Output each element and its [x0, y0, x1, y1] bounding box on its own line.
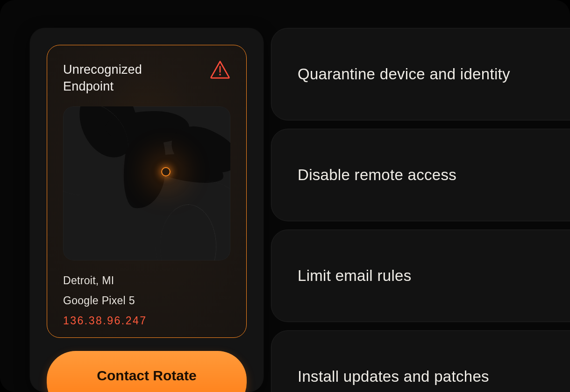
endpoint-ip: 136.38.96.247	[63, 315, 230, 327]
map-location-marker	[161, 167, 171, 176]
alert-title: Unrecognized Endpoint	[63, 61, 185, 95]
svg-point-1	[219, 74, 221, 76]
action-limit-email-rules[interactable]: Limit email rules	[271, 230, 570, 322]
warning-triangle-icon	[210, 60, 230, 79]
action-install-updates[interactable]: Install updates and patches	[271, 330, 570, 392]
cta-label: Contact Rotate	[97, 368, 196, 384]
contact-rotate-button[interactable]: Contact Rotate	[47, 351, 247, 392]
endpoint-panel: Unrecognized Endpoint Detroit	[30, 28, 264, 392]
action-quarantine[interactable]: Quarantine device and identity	[271, 28, 570, 120]
action-label: Limit email rules	[298, 267, 412, 285]
action-label: Disable remote access	[298, 166, 456, 184]
app-canvas: Unrecognized Endpoint Detroit	[0, 0, 570, 392]
endpoint-device: Google Pixel 5	[63, 294, 230, 307]
endpoint-map	[63, 106, 230, 260]
alert-header: Unrecognized Endpoint	[63, 61, 230, 95]
endpoint-meta: Detroit, MI Google Pixel 5 136.38.96.247	[63, 274, 230, 327]
remediation-actions: Quarantine device and identity Disable r…	[271, 28, 570, 392]
action-label: Install updates and patches	[298, 368, 489, 385]
action-disable-remote-access[interactable]: Disable remote access	[271, 129, 570, 221]
action-label: Quarantine device and identity	[298, 65, 510, 83]
endpoint-location: Detroit, MI	[63, 274, 230, 287]
alert-card: Unrecognized Endpoint Detroit	[47, 45, 247, 338]
